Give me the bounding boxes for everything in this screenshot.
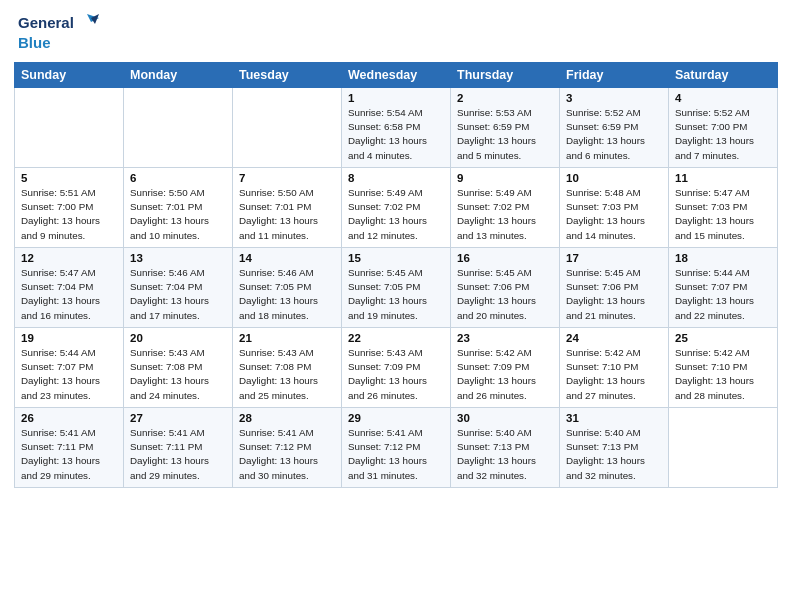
day-info: Sunrise: 5:45 AM Sunset: 7:06 PM Dayligh…	[457, 266, 553, 323]
day-info: Sunrise: 5:52 AM Sunset: 7:00 PM Dayligh…	[675, 106, 771, 163]
day-number: 9	[457, 172, 553, 184]
week-row-5: 26Sunrise: 5:41 AM Sunset: 7:11 PM Dayli…	[15, 408, 778, 488]
day-number: 22	[348, 332, 444, 344]
day-cell: 17Sunrise: 5:45 AM Sunset: 7:06 PM Dayli…	[560, 248, 669, 328]
col-header-tuesday: Tuesday	[233, 63, 342, 88]
day-cell: 11Sunrise: 5:47 AM Sunset: 7:03 PM Dayli…	[669, 168, 778, 248]
day-cell: 29Sunrise: 5:41 AM Sunset: 7:12 PM Dayli…	[342, 408, 451, 488]
day-number: 28	[239, 412, 335, 424]
logo-general: General	[18, 14, 74, 32]
day-cell: 14Sunrise: 5:46 AM Sunset: 7:05 PM Dayli…	[233, 248, 342, 328]
day-cell: 6Sunrise: 5:50 AM Sunset: 7:01 PM Daylig…	[124, 168, 233, 248]
day-info: Sunrise: 5:51 AM Sunset: 7:00 PM Dayligh…	[21, 186, 117, 243]
week-row-1: 1Sunrise: 5:54 AM Sunset: 6:58 PM Daylig…	[15, 88, 778, 168]
day-number: 11	[675, 172, 771, 184]
day-info: Sunrise: 5:47 AM Sunset: 7:03 PM Dayligh…	[675, 186, 771, 243]
day-cell: 16Sunrise: 5:45 AM Sunset: 7:06 PM Dayli…	[451, 248, 560, 328]
day-cell: 10Sunrise: 5:48 AM Sunset: 7:03 PM Dayli…	[560, 168, 669, 248]
day-number: 27	[130, 412, 226, 424]
day-info: Sunrise: 5:48 AM Sunset: 7:03 PM Dayligh…	[566, 186, 662, 243]
day-info: Sunrise: 5:40 AM Sunset: 7:13 PM Dayligh…	[566, 426, 662, 483]
col-header-monday: Monday	[124, 63, 233, 88]
day-cell: 5Sunrise: 5:51 AM Sunset: 7:00 PM Daylig…	[15, 168, 124, 248]
day-info: Sunrise: 5:42 AM Sunset: 7:10 PM Dayligh…	[675, 346, 771, 403]
day-cell: 21Sunrise: 5:43 AM Sunset: 7:08 PM Dayli…	[233, 328, 342, 408]
col-header-saturday: Saturday	[669, 63, 778, 88]
day-info: Sunrise: 5:42 AM Sunset: 7:09 PM Dayligh…	[457, 346, 553, 403]
day-info: Sunrise: 5:46 AM Sunset: 7:05 PM Dayligh…	[239, 266, 335, 323]
day-number: 2	[457, 92, 553, 104]
day-number: 30	[457, 412, 553, 424]
logo-blue: Blue	[18, 34, 51, 52]
day-number: 8	[348, 172, 444, 184]
day-cell: 18Sunrise: 5:44 AM Sunset: 7:07 PM Dayli…	[669, 248, 778, 328]
day-cell: 12Sunrise: 5:47 AM Sunset: 7:04 PM Dayli…	[15, 248, 124, 328]
day-number: 21	[239, 332, 335, 344]
week-row-2: 5Sunrise: 5:51 AM Sunset: 7:00 PM Daylig…	[15, 168, 778, 248]
day-cell: 24Sunrise: 5:42 AM Sunset: 7:10 PM Dayli…	[560, 328, 669, 408]
day-cell: 13Sunrise: 5:46 AM Sunset: 7:04 PM Dayli…	[124, 248, 233, 328]
calendar-container: SundayMondayTuesdayWednesdayThursdayFrid…	[0, 58, 792, 612]
day-number: 25	[675, 332, 771, 344]
day-info: Sunrise: 5:40 AM Sunset: 7:13 PM Dayligh…	[457, 426, 553, 483]
page: General Blue SundayMondayTuesdayWednesda…	[0, 0, 792, 612]
day-cell: 7Sunrise: 5:50 AM Sunset: 7:01 PM Daylig…	[233, 168, 342, 248]
day-info: Sunrise: 5:49 AM Sunset: 7:02 PM Dayligh…	[348, 186, 444, 243]
day-info: Sunrise: 5:41 AM Sunset: 7:11 PM Dayligh…	[21, 426, 117, 483]
day-number: 20	[130, 332, 226, 344]
day-cell: 25Sunrise: 5:42 AM Sunset: 7:10 PM Dayli…	[669, 328, 778, 408]
col-header-thursday: Thursday	[451, 63, 560, 88]
day-cell: 22Sunrise: 5:43 AM Sunset: 7:09 PM Dayli…	[342, 328, 451, 408]
header: General Blue	[0, 0, 792, 58]
day-number: 14	[239, 252, 335, 264]
day-info: Sunrise: 5:45 AM Sunset: 7:05 PM Dayligh…	[348, 266, 444, 323]
day-info: Sunrise: 5:52 AM Sunset: 6:59 PM Dayligh…	[566, 106, 662, 163]
day-number: 7	[239, 172, 335, 184]
day-number: 17	[566, 252, 662, 264]
day-number: 23	[457, 332, 553, 344]
day-info: Sunrise: 5:53 AM Sunset: 6:59 PM Dayligh…	[457, 106, 553, 163]
day-info: Sunrise: 5:45 AM Sunset: 7:06 PM Dayligh…	[566, 266, 662, 323]
day-cell: 3Sunrise: 5:52 AM Sunset: 6:59 PM Daylig…	[560, 88, 669, 168]
day-number: 15	[348, 252, 444, 264]
day-number: 5	[21, 172, 117, 184]
day-info: Sunrise: 5:44 AM Sunset: 7:07 PM Dayligh…	[675, 266, 771, 323]
day-cell	[669, 408, 778, 488]
col-header-friday: Friday	[560, 63, 669, 88]
calendar-table: SundayMondayTuesdayWednesdayThursdayFrid…	[14, 62, 778, 488]
day-cell	[124, 88, 233, 168]
logo: General Blue	[18, 12, 99, 52]
day-number: 19	[21, 332, 117, 344]
day-info: Sunrise: 5:41 AM Sunset: 7:12 PM Dayligh…	[348, 426, 444, 483]
day-cell: 4Sunrise: 5:52 AM Sunset: 7:00 PM Daylig…	[669, 88, 778, 168]
day-cell: 31Sunrise: 5:40 AM Sunset: 7:13 PM Dayli…	[560, 408, 669, 488]
day-cell	[233, 88, 342, 168]
day-info: Sunrise: 5:54 AM Sunset: 6:58 PM Dayligh…	[348, 106, 444, 163]
day-number: 10	[566, 172, 662, 184]
day-cell: 20Sunrise: 5:43 AM Sunset: 7:08 PM Dayli…	[124, 328, 233, 408]
day-info: Sunrise: 5:49 AM Sunset: 7:02 PM Dayligh…	[457, 186, 553, 243]
day-cell: 1Sunrise: 5:54 AM Sunset: 6:58 PM Daylig…	[342, 88, 451, 168]
day-cell: 30Sunrise: 5:40 AM Sunset: 7:13 PM Dayli…	[451, 408, 560, 488]
day-number: 6	[130, 172, 226, 184]
day-number: 29	[348, 412, 444, 424]
day-cell: 19Sunrise: 5:44 AM Sunset: 7:07 PM Dayli…	[15, 328, 124, 408]
day-info: Sunrise: 5:43 AM Sunset: 7:09 PM Dayligh…	[348, 346, 444, 403]
day-info: Sunrise: 5:41 AM Sunset: 7:11 PM Dayligh…	[130, 426, 226, 483]
day-info: Sunrise: 5:50 AM Sunset: 7:01 PM Dayligh…	[130, 186, 226, 243]
day-cell: 15Sunrise: 5:45 AM Sunset: 7:05 PM Dayli…	[342, 248, 451, 328]
day-info: Sunrise: 5:46 AM Sunset: 7:04 PM Dayligh…	[130, 266, 226, 323]
day-info: Sunrise: 5:42 AM Sunset: 7:10 PM Dayligh…	[566, 346, 662, 403]
day-number: 4	[675, 92, 771, 104]
day-cell	[15, 88, 124, 168]
day-cell: 9Sunrise: 5:49 AM Sunset: 7:02 PM Daylig…	[451, 168, 560, 248]
day-number: 18	[675, 252, 771, 264]
day-number: 3	[566, 92, 662, 104]
day-number: 12	[21, 252, 117, 264]
col-header-sunday: Sunday	[15, 63, 124, 88]
day-number: 26	[21, 412, 117, 424]
logo-bird-icon	[77, 12, 99, 34]
day-info: Sunrise: 5:50 AM Sunset: 7:01 PM Dayligh…	[239, 186, 335, 243]
day-info: Sunrise: 5:44 AM Sunset: 7:07 PM Dayligh…	[21, 346, 117, 403]
day-info: Sunrise: 5:41 AM Sunset: 7:12 PM Dayligh…	[239, 426, 335, 483]
